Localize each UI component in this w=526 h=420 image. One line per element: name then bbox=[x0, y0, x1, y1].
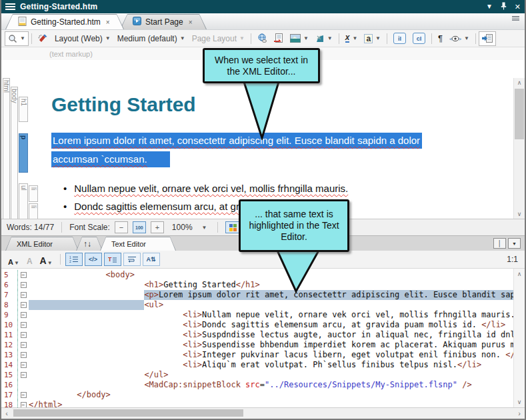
fold-collapse-icon[interactable]: − bbox=[21, 372, 27, 378]
line-number: 16 bbox=[1, 380, 17, 390]
colored-squares-icon bbox=[229, 224, 237, 231]
concept-button[interactable]: cI bbox=[409, 31, 429, 46]
structure-bar-li[interactable]: li bbox=[29, 203, 38, 219]
code-line-11[interactable]: 11− <li>Suspdndisse lectus augte, auctor… bbox=[1, 330, 525, 340]
app-window: Getting-Started.htm ▼ ✕ Getting-Started.… bbox=[0, 0, 526, 420]
tab-xml-editor[interactable]: XML Editor bbox=[5, 237, 79, 251]
fold-collapse-icon[interactable]: − bbox=[21, 282, 27, 288]
code-line-13[interactable]: 13− <li>Integer pukvinar lacus libern, e… bbox=[1, 350, 525, 360]
show-tags-dropdown[interactable]: <> ▼ bbox=[446, 31, 473, 46]
code-line-6[interactable]: 6− <h1>Getting Started</h1> bbox=[1, 280, 525, 290]
zoom-select[interactable]: 100%▼ bbox=[169, 220, 211, 235]
word-wrap-toggle[interactable] bbox=[123, 253, 141, 266]
index-keyword-button[interactable]: iI bbox=[390, 31, 409, 46]
fold-collapse-icon[interactable]: − bbox=[21, 352, 27, 358]
word-wrap-icon bbox=[127, 255, 137, 263]
code-line-10[interactable]: 10− <li>Dondc sagittis elemensum arcu, a… bbox=[1, 320, 525, 330]
font-increase-button[interactable]: A▼ bbox=[37, 253, 55, 266]
insert-hyperlink-button[interactable] bbox=[254, 31, 271, 46]
tab-start-page[interactable]: Start Page × bbox=[120, 14, 207, 29]
close-icon[interactable]: ✕ bbox=[515, 3, 521, 11]
insert-special-character-dropdown[interactable]: a ▼ bbox=[361, 31, 384, 46]
code-line-12[interactable]: 12− <li>Suspendisse bhbendum imperdiet k… bbox=[1, 340, 525, 350]
code-line-5[interactable]: 5− <body> bbox=[1, 270, 525, 280]
code-line-7[interactable]: 7− <p>Lorem ipsum dolor rit amet, consec… bbox=[1, 290, 525, 300]
code-horizontal-scrollbar[interactable]: ‹ › bbox=[1, 407, 525, 419]
selected-paragraph-line-1[interactable]: Lorem ipsum dolor rit amet, consectettr … bbox=[51, 135, 422, 146]
xml-editor-vertical-scrollbar[interactable]: ∧ ∨ bbox=[513, 78, 525, 219]
fold-collapse-icon[interactable]: − bbox=[21, 332, 27, 338]
line-numbers-toggle[interactable]: 12 bbox=[65, 253, 83, 266]
medium-dropdown[interactable]: Medium (default)▼ bbox=[114, 31, 189, 46]
tab-getting-started[interactable]: Getting-Started.htm × bbox=[5, 14, 124, 29]
pin-icon[interactable] bbox=[501, 2, 507, 11]
font-reset-button: A bbox=[24, 253, 35, 266]
layout-web-dropdown[interactable]: Layout (Web)▼ bbox=[51, 31, 114, 46]
font-decrease-button[interactable]: A▼ bbox=[5, 253, 22, 266]
structure-bar-body[interactable]: body bbox=[11, 87, 18, 219]
insert-snippet-dropdown[interactable]: ▼ bbox=[312, 31, 336, 46]
code-line-15[interactable]: 15− </ul> bbox=[1, 370, 525, 380]
structure-bar-li[interactable]: li bbox=[29, 185, 38, 202]
window-menu-dropdown-icon[interactable]: ▼ bbox=[486, 3, 493, 10]
font-scale-decrease-button[interactable]: − bbox=[115, 221, 128, 233]
snippet-icon bbox=[315, 34, 325, 43]
font-scale-label: Font Scale: bbox=[69, 223, 110, 232]
tab-text-editor[interactable]: Text Editor bbox=[100, 237, 176, 251]
code-vertical-scrollbar[interactable]: ∧ ∨ bbox=[513, 269, 525, 407]
syntax-highlight-toggle[interactable]: </> bbox=[85, 253, 102, 266]
structure-bar-html[interactable]: html bbox=[3, 78, 10, 219]
fold-collapse-icon[interactable]: − bbox=[21, 302, 27, 308]
tab-list-menu-icon[interactable] bbox=[510, 16, 521, 21]
cursor-position: 1:1 bbox=[507, 255, 518, 264]
letter-arrows-icon: A⇅ bbox=[147, 256, 156, 263]
code-line-17[interactable]: 17− </body> bbox=[1, 390, 525, 400]
insert-cross-reference-button[interactable] bbox=[271, 31, 287, 46]
fold-collapse-icon[interactable]: − bbox=[21, 342, 27, 348]
pane-menu-icon[interactable]: ▼ bbox=[508, 238, 521, 249]
magnifier-icon bbox=[8, 34, 17, 43]
selected-paragraph-line-2[interactable]: accumsan `ccumsan. bbox=[51, 153, 170, 165]
font-scale-reset-button[interactable]: 100 bbox=[133, 221, 146, 233]
scroll-down-icon: ∨ bbox=[514, 399, 525, 405]
code-line-8[interactable]: 8− <ul> bbox=[1, 300, 525, 310]
fold-collapse-icon[interactable]: − bbox=[21, 392, 27, 398]
swap-editors-button[interactable]: ↑↓ bbox=[76, 237, 103, 251]
insert-image-dropdown[interactable]: ▼ bbox=[287, 31, 312, 46]
structure-bar-p[interactable]: p bbox=[19, 133, 28, 173]
text-editor-code-area[interactable]: 5− <body>6− <h1>Getting Started</h1>7− <… bbox=[1, 269, 525, 407]
code-line-16[interactable]: 16 <MadCap:snippetBlock src="../Resource… bbox=[1, 380, 525, 390]
line-number: 18 bbox=[1, 400, 17, 407]
structure-bar-ul[interactable]: ul bbox=[19, 183, 28, 219]
eye-tags-icon: <> bbox=[449, 35, 461, 43]
fold-collapse-icon[interactable]: − bbox=[21, 402, 27, 407]
tab-label: Getting-Started.htm bbox=[31, 17, 101, 27]
fold-collapse-icon[interactable]: − bbox=[21, 292, 27, 298]
fold-collapse-icon[interactable]: − bbox=[21, 272, 27, 278]
line-number: 9 bbox=[1, 310, 17, 320]
show-markers-button[interactable]: ¶ bbox=[435, 31, 446, 46]
fold-collapse-icon[interactable]: − bbox=[21, 312, 27, 318]
layout-mode-button[interactable] bbox=[35, 31, 51, 46]
document-icon bbox=[18, 17, 27, 28]
split-vertical-icon[interactable]: │ bbox=[493, 238, 506, 249]
code-line-9[interactable]: 9− <li>Nullam nepue velit, ornare vek or… bbox=[1, 310, 525, 320]
app-menu-icon[interactable] bbox=[5, 3, 15, 10]
page-layout-dropdown: Page Layout▼ bbox=[189, 31, 248, 46]
fold-collapse-icon[interactable]: − bbox=[21, 322, 27, 328]
tab-close-icon[interactable]: × bbox=[106, 19, 110, 26]
structure-bar-h1[interactable]: h1 bbox=[19, 97, 28, 122]
code-line-18[interactable]: 18−</html> bbox=[1, 400, 525, 407]
tab-close-icon[interactable]: × bbox=[189, 19, 193, 26]
line-number: 17 bbox=[1, 390, 17, 400]
code-line-14[interactable]: 14− <li>Aliqu`m erat volutpat. Ph`sellus… bbox=[1, 360, 525, 370]
fold-collapse-icon[interactable]: − bbox=[21, 362, 27, 368]
line-number: 7 bbox=[1, 290, 17, 300]
list-item[interactable]: • Nullam nepue velit, ornare vek orci ve… bbox=[63, 183, 348, 194]
whitespace-markers-toggle[interactable]: T bbox=[104, 253, 121, 266]
insert-variable-dropdown[interactable]: x ▼ bbox=[342, 31, 361, 46]
preview-button[interactable]: ▼ bbox=[5, 31, 29, 46]
auto-complete-toggle[interactable]: A⇅ bbox=[143, 253, 160, 266]
send-to-button[interactable] bbox=[479, 31, 496, 46]
font-scale-increase-button[interactable]: + bbox=[151, 221, 164, 233]
